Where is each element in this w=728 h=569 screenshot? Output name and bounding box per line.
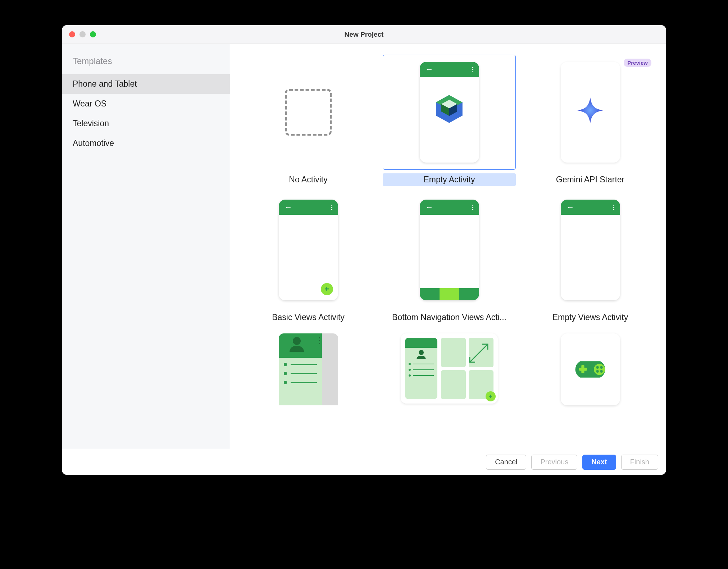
sidebar: Templates Phone and Tablet Wear OS Telev… xyxy=(62,44,230,449)
template-label: Empty Activity xyxy=(383,173,516,186)
back-arrow-icon: ← xyxy=(426,65,433,74)
titlebar: New Project xyxy=(62,25,666,44)
sidebar-header: Templates xyxy=(62,56,230,74)
sidebar-item-wear-os[interactable]: Wear OS xyxy=(62,94,230,114)
phone-preview-icon xyxy=(561,62,620,163)
template-responsive-views-activity[interactable]: + xyxy=(383,330,516,402)
sparkle-icon xyxy=(576,96,605,125)
game-controller-icon xyxy=(570,358,610,381)
finish-button: Finish xyxy=(621,455,658,470)
template-grid: No Activity ← xyxy=(230,44,666,449)
bottom-nav-icon xyxy=(420,288,479,300)
phone-preview-icon: ← xyxy=(420,200,479,300)
svg-point-10 xyxy=(600,370,602,373)
phone-preview-icon: ← xyxy=(561,200,620,300)
template-label: Gemini API Starter xyxy=(524,173,657,186)
svg-point-6 xyxy=(594,364,605,375)
preview-badge: Preview xyxy=(624,59,651,67)
template-game-activity[interactable] xyxy=(524,330,657,402)
new-project-window: New Project Templates Phone and Tablet W… xyxy=(62,25,666,475)
kebab-icon xyxy=(472,67,473,72)
phone-preview-icon: ← xyxy=(420,62,479,163)
dashed-box-icon xyxy=(285,89,332,136)
template-label: Bottom Navigation Views Acti... xyxy=(383,311,516,324)
template-empty-activity[interactable]: ← Empty Activity xyxy=(383,55,516,186)
svg-rect-12 xyxy=(581,365,584,373)
sidebar-item-phone-and-tablet[interactable]: Phone and Tablet xyxy=(62,74,230,94)
sidebar-item-automotive[interactable]: Automotive xyxy=(62,133,230,153)
fab-plus-icon: + xyxy=(321,283,333,295)
nav-drawer-icon xyxy=(279,333,338,405)
back-arrow-icon: ← xyxy=(285,202,292,212)
fab-plus-icon: + xyxy=(486,391,496,401)
kebab-icon xyxy=(613,205,614,210)
template-gemini-api-starter[interactable]: Preview Gemini API Starter xyxy=(524,55,657,186)
phone-preview-icon: ← + xyxy=(279,200,338,300)
template-no-activity[interactable]: No Activity xyxy=(242,55,375,186)
window-title: New Project xyxy=(62,31,666,38)
android-studio-logo-icon xyxy=(433,92,466,126)
back-arrow-icon: ← xyxy=(426,202,433,212)
template-label: Empty Views Activity xyxy=(524,311,657,324)
svg-point-9 xyxy=(596,370,599,373)
cancel-button[interactable]: Cancel xyxy=(486,455,526,470)
phone-preview-icon xyxy=(561,333,620,405)
template-bottom-navigation-views-activity[interactable]: ← Bottom Navigation Views Acti... xyxy=(383,192,516,324)
next-button[interactable]: Next xyxy=(582,455,616,470)
sidebar-item-television[interactable]: Television xyxy=(62,114,230,133)
svg-point-7 xyxy=(596,366,599,369)
template-label: Basic Views Activity xyxy=(242,311,375,324)
responsive-layout-icon: + xyxy=(401,333,498,404)
template-basic-views-activity[interactable]: ← + Basic Views Activity xyxy=(242,192,375,324)
wizard-footer: Cancel Previous Next Finish xyxy=(62,449,666,475)
previous-button: Previous xyxy=(531,455,577,470)
template-navigation-drawer-views-activity[interactable] xyxy=(242,330,375,402)
kebab-icon xyxy=(472,205,473,210)
kebab-icon xyxy=(331,205,332,210)
svg-point-8 xyxy=(600,366,602,369)
template-label: No Activity xyxy=(242,173,375,186)
back-arrow-icon: ← xyxy=(567,202,574,212)
template-empty-views-activity[interactable]: ← Empty Views Activity xyxy=(524,192,657,324)
